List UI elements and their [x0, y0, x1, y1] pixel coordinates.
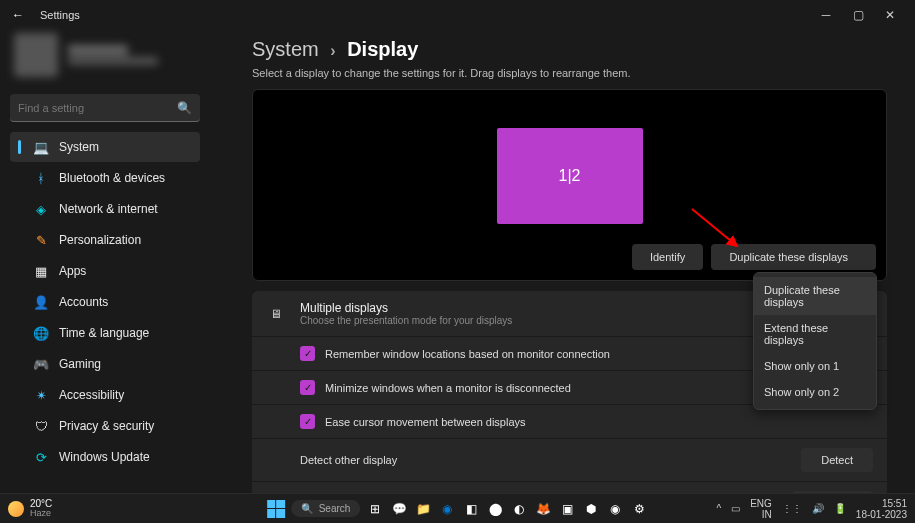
settings-icon[interactable]: ⚙	[630, 500, 648, 518]
app-icon-5[interactable]: ▣	[558, 500, 576, 518]
tray-chevron-icon[interactable]: ^	[716, 503, 721, 514]
task-view-icon[interactable]: ⊞	[366, 500, 384, 518]
clock[interactable]: 15:5118-01-2023	[856, 498, 907, 520]
window-title: Settings	[40, 9, 80, 21]
sidebar-item-personalization[interactable]: ✎Personalization	[10, 225, 200, 255]
back-button[interactable]: ←	[8, 5, 28, 25]
sidebar-item-time[interactable]: 🌐Time & language	[10, 318, 200, 348]
app-icon-6[interactable]: ⬢	[582, 500, 600, 518]
avatar	[14, 33, 58, 77]
search-icon: 🔍	[177, 101, 192, 115]
option-duplicate[interactable]: Duplicate these displays	[754, 277, 876, 315]
sidebar-item-accounts[interactable]: 👤Accounts	[10, 287, 200, 317]
explorer-icon[interactable]: 📁	[414, 500, 432, 518]
chat-icon[interactable]: 💬	[390, 500, 408, 518]
sidebar-item-system[interactable]: 💻System	[10, 132, 200, 162]
svg-line-0	[692, 209, 737, 246]
weather-widget[interactable]: 20°CHaze	[8, 499, 52, 518]
remember-checkbox[interactable]: ✓	[300, 346, 315, 361]
edge-icon[interactable]: ◉	[438, 500, 456, 518]
clock-icon: 🌐	[33, 325, 49, 341]
ease-checkbox[interactable]: ✓	[300, 414, 315, 429]
app-icon-2[interactable]: ⬤	[486, 500, 504, 518]
search-field[interactable]	[18, 102, 177, 114]
wireless-display-row: Connect to a wireless display Connect	[252, 481, 887, 493]
accessibility-icon: ✴	[33, 387, 49, 403]
breadcrumb-parent[interactable]: System	[252, 38, 319, 60]
display-arrangement-area[interactable]: 1|2 Identify Duplicate these displays	[252, 89, 887, 281]
shield-icon: 🛡	[33, 418, 49, 434]
detect-display-row: Detect other display Detect	[252, 438, 887, 481]
app-icon-4[interactable]: 🦊	[534, 500, 552, 518]
battery-icon[interactable]: 🔋	[834, 503, 846, 514]
minimize-checkbox[interactable]: ✓	[300, 380, 315, 395]
wifi-tray-icon[interactable]: ⋮⋮	[782, 503, 802, 514]
option-only2[interactable]: Show only on 2	[754, 379, 876, 405]
sidebar-item-gaming[interactable]: 🎮Gaming	[10, 349, 200, 379]
page-title: Display	[347, 38, 418, 60]
app-icon-3[interactable]: ◐	[510, 500, 528, 518]
brush-icon: ✎	[33, 232, 49, 248]
breadcrumb: System › Display	[252, 38, 887, 61]
chevron-right-icon: ›	[330, 42, 335, 59]
taskbar[interactable]: 20°CHaze 🔍Search ⊞ 💬 📁 ◉ ◧ ⬤ ◐ 🦊 ▣ ⬢ ◉ ⚙…	[0, 493, 915, 523]
search-icon: 🔍	[301, 503, 313, 514]
sidebar-item-privacy[interactable]: 🛡Privacy & security	[10, 411, 200, 441]
refresh-icon: ⟳	[33, 449, 49, 465]
monitor-tile[interactable]: 1|2	[497, 128, 643, 224]
close-button[interactable]: ✕	[883, 8, 897, 22]
annotation-arrow	[687, 204, 747, 254]
maximize-button[interactable]: ▢	[851, 8, 865, 22]
gamepad-icon: 🎮	[33, 356, 49, 372]
detect-button[interactable]: Detect	[801, 448, 873, 472]
person-icon: 👤	[33, 294, 49, 310]
chrome-icon[interactable]: ◉	[606, 500, 624, 518]
option-extend[interactable]: Extend these displays	[754, 315, 876, 353]
wifi-icon: ◈	[33, 201, 49, 217]
user-profile[interactable]	[10, 30, 200, 80]
apps-icon: ▦	[33, 263, 49, 279]
sidebar-item-network[interactable]: ◈Network & internet	[10, 194, 200, 224]
page-subtitle: Select a display to change the settings …	[252, 67, 887, 79]
app-icon-1[interactable]: ◧	[462, 500, 480, 518]
sidebar-item-update[interactable]: ⟳Windows Update	[10, 442, 200, 472]
display-mode-menu[interactable]: Duplicate these displays Extend these di…	[753, 272, 877, 410]
sidebar-item-apps[interactable]: ▦Apps	[10, 256, 200, 286]
search-input[interactable]: 🔍	[10, 94, 200, 122]
start-button[interactable]	[267, 500, 285, 518]
option-only1[interactable]: Show only on 1	[754, 353, 876, 379]
bluetooth-icon: ᚼ	[33, 170, 49, 186]
volume-icon[interactable]: 🔊	[812, 503, 824, 514]
language-indicator[interactable]: ENGIN	[750, 498, 772, 520]
weather-icon	[8, 501, 24, 517]
system-icon: 💻	[33, 139, 49, 155]
taskbar-search[interactable]: 🔍Search	[291, 500, 361, 517]
cast-icon[interactable]: ▭	[731, 503, 740, 514]
sidebar-item-bluetooth[interactable]: ᚼBluetooth & devices	[10, 163, 200, 193]
sidebar-item-accessibility[interactable]: ✴Accessibility	[10, 380, 200, 410]
minimize-button[interactable]: ─	[819, 8, 833, 22]
displays-icon: 🖥	[266, 307, 286, 321]
